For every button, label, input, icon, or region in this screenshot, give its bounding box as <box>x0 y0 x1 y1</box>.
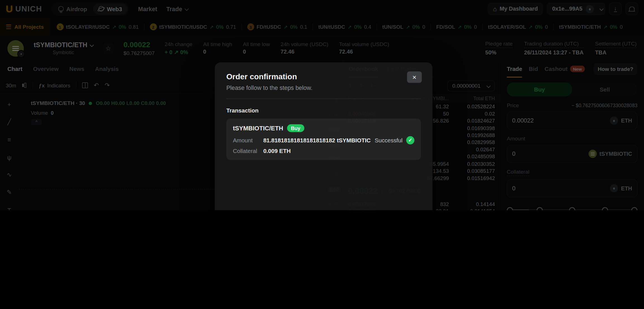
modal-close-button[interactable]: ✕ <box>407 71 422 83</box>
transaction-collateral-value: 0.009 ETH <box>263 148 291 154</box>
app-root: U UNICH Airdrop Web3 Market Trade <box>0 0 644 210</box>
success-check-icon: ✓ <box>406 136 414 144</box>
transaction-card: tSYMBIOTIC/ETH Buy Amount 81.81818181818… <box>226 119 421 160</box>
transaction-amount-value: 81.81818181818181818182 tSYMBIOTIC <box>263 137 371 144</box>
transaction-collateral-label: Collateral <box>233 148 263 154</box>
divider <box>226 99 421 99</box>
transaction-status: Successful <box>375 137 402 144</box>
buy-side-badge: Buy <box>287 124 304 132</box>
modal-subtitle: Please follow to the steps below. <box>226 85 421 91</box>
transaction-pair: tSYMBIOTIC/ETH <box>233 125 283 132</box>
order-confirmation-modal: Order confirmation Please follow to the … <box>215 62 432 210</box>
modal-title: Order confirmation <box>226 72 421 81</box>
transaction-section-title: Transaction <box>226 107 421 114</box>
transaction-amount-label: Amount <box>233 137 263 144</box>
